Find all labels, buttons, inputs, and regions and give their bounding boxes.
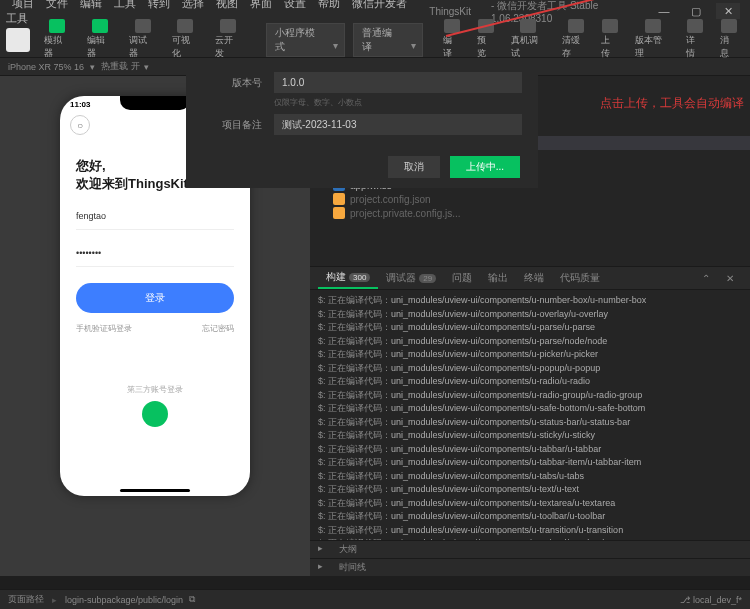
password-input[interactable]	[76, 240, 234, 267]
console-collapse-icon[interactable]: ⌃	[694, 267, 718, 289]
log-line: $: 正在编译代码：uni_modules/uview-ui/component…	[318, 294, 742, 308]
third-party-label: 第三方账号登录	[76, 384, 234, 395]
log-line: $: 正在编译代码：uni_modules/uview-ui/component…	[318, 321, 742, 335]
menu-选择[interactable]: 选择	[176, 0, 210, 9]
log-line: $: 正在编译代码：uni_modules/uview-ui/component…	[318, 362, 742, 376]
menu-视图[interactable]: 视图	[210, 0, 244, 9]
phone-notch	[120, 96, 190, 110]
console-tab-代码质量[interactable]: 代码质量	[552, 267, 608, 289]
remark-label: 项目备注	[202, 118, 262, 132]
project-name: ThingsKit	[429, 6, 471, 17]
tool-可视化[interactable]: 可视化	[166, 17, 205, 62]
git-branch[interactable]: ⎇ local_dev_f*	[680, 595, 742, 605]
home-indicator	[120, 489, 190, 492]
upload-dialog: 版本号 仅限字母、数字、小数点 项目备注 取消 上传中...	[186, 58, 538, 188]
tool-编译[interactable]: 编译	[437, 17, 467, 62]
bottom-tabs-2: ▸ 时间线	[310, 558, 750, 576]
toolbar: 模拟器编辑器调试器可视化云开发 小程序模式 普通编译 编译预览真机调试清缓存 上…	[0, 22, 750, 58]
compile-select[interactable]: 普通编译	[353, 23, 423, 57]
log-line: $: 正在编译代码：uni_modules/uview-ui/component…	[318, 308, 742, 322]
log-line: $: 正在编译代码：uni_modules/uview-ui/component…	[318, 524, 742, 538]
upload-confirm-button[interactable]: 上传中...	[450, 156, 520, 178]
bottom-tabs: ▸ 大纲	[310, 540, 750, 558]
log-line: $: 正在编译代码：uni_modules/uview-ui/component…	[318, 483, 742, 497]
sms-login-link[interactable]: 手机验证码登录	[76, 323, 132, 334]
back-icon[interactable]: ○	[70, 115, 90, 135]
path-label: 页面路径	[8, 593, 44, 606]
console-tab-调试器[interactable]: 调试器29	[378, 267, 444, 289]
username-input[interactable]	[76, 203, 234, 230]
log-line: $: 正在编译代码：uni_modules/uview-ui/component…	[318, 402, 742, 416]
tool-消息[interactable]: 消息	[714, 17, 744, 62]
console-tabs: 构建300调试器29问题输出终端代码质量⌃✕	[310, 266, 750, 290]
annotation-text: 点击上传，工具会自动编译	[600, 95, 744, 112]
console-tab-终端[interactable]: 终端	[516, 267, 552, 289]
log-line: $: 正在编译代码：uni_modules/uview-ui/component…	[318, 510, 742, 524]
tool-云开发[interactable]: 云开发	[209, 17, 248, 62]
version-label: 版本号	[202, 76, 262, 90]
tool-详情[interactable]: 详情	[680, 17, 710, 62]
hot-reload-label[interactable]: 热重载 开	[101, 60, 140, 73]
log-line: $: 正在编译代码：uni_modules/uview-ui/component…	[318, 443, 742, 457]
forgot-password-link[interactable]: 忘记密码	[202, 323, 234, 334]
tool-版本管理[interactable]: 版本管理	[629, 17, 677, 62]
log-line: $: 正在编译代码：uni_modules/uview-ui/component…	[318, 348, 742, 362]
log-line: $: 正在编译代码：uni_modules/uview-ui/component…	[318, 456, 742, 470]
avatar[interactable]	[6, 28, 30, 52]
menu-工具[interactable]: 工具	[108, 0, 142, 9]
menu-转到[interactable]: 转到	[142, 0, 176, 9]
log-line: $: 正在编译代码：uni_modules/uview-ui/component…	[318, 429, 742, 443]
console-output: $: 正在编译代码：uni_modules/uview-ui/component…	[310, 290, 750, 540]
remark-input[interactable]	[274, 114, 522, 135]
log-line: $: 正在编译代码：uni_modules/uview-ui/component…	[318, 375, 742, 389]
version-hint: 仅限字母、数字、小数点	[274, 97, 522, 108]
cancel-button[interactable]: 取消	[388, 156, 440, 178]
menu-设置[interactable]: 设置	[278, 0, 312, 9]
tool-清缓存[interactable]: 清缓存	[556, 17, 595, 62]
timeline-tab[interactable]: 时间线	[339, 561, 366, 574]
menu-编辑[interactable]: 编辑	[74, 0, 108, 9]
file-project.config.json[interactable]: project.config.json	[310, 192, 750, 206]
console-tab-输出[interactable]: 输出	[480, 267, 516, 289]
mode-select[interactable]: 小程序模式	[266, 23, 346, 57]
outline-tab[interactable]: 大纲	[339, 543, 357, 556]
login-button[interactable]: 登录	[76, 283, 234, 313]
tool-调试器[interactable]: 调试器	[123, 17, 162, 62]
log-line: $: 正在编译代码：uni_modules/uview-ui/component…	[318, 497, 742, 511]
log-line: $: 正在编译代码：uni_modules/uview-ui/component…	[318, 335, 742, 349]
device-label[interactable]: iPhone XR 75% 16	[8, 62, 84, 72]
tool-编辑器[interactable]: 编辑器	[81, 17, 120, 62]
log-line: $: 正在编译代码：uni_modules/uview-ui/component…	[318, 389, 742, 403]
console-tab-构建[interactable]: 构建300	[318, 267, 378, 289]
console-close-icon[interactable]: ✕	[718, 267, 742, 289]
statusbar: 页面路径 ▸ login-subpackage/public/login ⧉ ⎇…	[0, 589, 750, 609]
phone-time: 11:03	[70, 100, 90, 109]
menu-界面[interactable]: 界面	[244, 0, 278, 9]
file-project.private.config.js...[interactable]: project.private.config.js...	[310, 206, 750, 220]
current-path[interactable]: login-subpackage/public/login	[65, 595, 183, 605]
version-input[interactable]	[274, 72, 522, 93]
console-tab-问题[interactable]: 问题	[444, 267, 480, 289]
tool-真机调试[interactable]: 真机调试	[505, 17, 553, 62]
menu-帮助[interactable]: 帮助	[312, 0, 346, 9]
log-line: $: 正在编译代码：uni_modules/uview-ui/component…	[318, 416, 742, 430]
log-line: $: 正在编译代码：uni_modules/uview-ui/component…	[318, 470, 742, 484]
tool-上传[interactable]: 上传	[595, 17, 625, 62]
menu-文件[interactable]: 文件	[40, 0, 74, 9]
tool-模拟器[interactable]: 模拟器	[38, 17, 77, 62]
menu-项目[interactable]: 项目	[6, 0, 40, 9]
wechat-login-icon[interactable]	[142, 401, 168, 427]
